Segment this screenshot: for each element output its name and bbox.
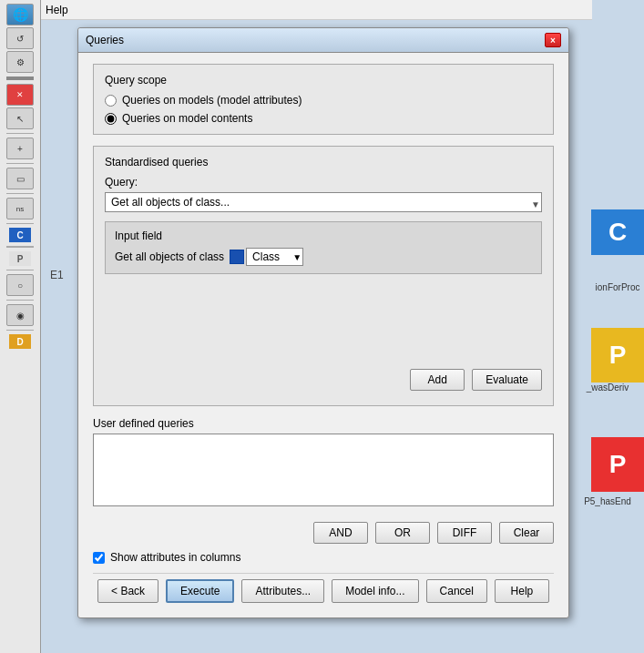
- evaluate-button[interactable]: Evaluate: [472, 369, 542, 391]
- globe-icon: 🌐: [13, 7, 28, 22]
- plus-icon: +: [17, 144, 23, 154]
- toolbar-separator-2: [6, 133, 34, 134]
- circle2-icon: ◉: [16, 311, 25, 321]
- model-info-button[interactable]: Model info...: [332, 579, 418, 603]
- toolbar-btn-c[interactable]: C: [9, 228, 31, 242]
- user-defined-queries-section: User defined queries: [93, 417, 554, 509]
- standardised-queries-section: Standardised queries Query: Get all obje…: [93, 146, 554, 406]
- queries-dialog: Queries × Query scope Queries on models …: [77, 27, 569, 618]
- or-button[interactable]: OR: [375, 522, 430, 544]
- toolbar-separator-6: [6, 246, 34, 248]
- toolbar-separator-9: [6, 330, 34, 331]
- udq-textarea-container: [93, 434, 554, 509]
- toolbar-separator-1: [6, 77, 34, 80]
- circle-icon: ○: [17, 281, 23, 291]
- class-select-container: Class ▼: [230, 248, 303, 266]
- query-select[interactable]: Get all objects of class...: [105, 192, 542, 212]
- add-button[interactable]: Add: [410, 369, 465, 391]
- query-select-wrapper: Get all objects of class... ▼: [105, 192, 542, 212]
- class-dropdown-row: Get all objects of class Class ▼: [115, 248, 532, 266]
- toolbar-btn-namespace[interactable]: ns: [6, 198, 34, 219]
- bottom-btn-row: < Back Execute Attributes... Model info.…: [93, 573, 554, 607]
- query-scope-title: Query scope: [105, 74, 542, 87]
- toolbar-btn-circle2[interactable]: ◉: [6, 304, 34, 326]
- help-button[interactable]: Help: [495, 579, 549, 603]
- refresh-icon: ↺: [16, 34, 24, 44]
- right-block-p2: P: [591, 437, 644, 492]
- toolbar-separator-8: [6, 300, 34, 301]
- toolbar-btn-close-small[interactable]: ✕: [6, 84, 34, 106]
- input-field-title: Input field: [115, 230, 532, 242]
- add-evaluate-row: Add Evaluate: [105, 363, 542, 396]
- execute-button[interactable]: Execute: [166, 579, 234, 603]
- right-block-p1: P: [591, 328, 644, 383]
- right-text-wasderiv: _wasDeriv: [571, 383, 644, 393]
- radio-option1-label[interactable]: Queries on models (model attributes): [105, 94, 542, 107]
- toolbar-btn-rectangle[interactable]: ▭: [6, 168, 34, 189]
- logic-btn-row: AND OR DIFF Clear: [93, 516, 554, 551]
- e1-label: E1: [50, 269, 64, 281]
- toolbar-separator-3: [6, 163, 34, 164]
- settings-icon: ⚙: [16, 57, 25, 67]
- toolbar-btn-refresh[interactable]: ↺: [6, 27, 34, 49]
- class-select[interactable]: Class: [246, 248, 303, 266]
- left-toolbar: 🌐 ↺ ⚙ ✕ ↖ + ▭ ns C P ○ ◉ D: [0, 0, 41, 653]
- radio-option2-text: Queries on model contents: [122, 112, 252, 125]
- cancel-button[interactable]: Cancel: [426, 579, 487, 603]
- spacer-area: [105, 281, 542, 363]
- query-scope-section: Query scope Queries on models (model att…: [93, 64, 554, 135]
- show-attributes-checkbox[interactable]: [93, 552, 105, 564]
- query-dropdown-container: Query: Get all objects of class... ▼: [105, 176, 542, 212]
- right-text-ionforproc: ionForProc: [591, 282, 644, 292]
- toolbar-btn-d[interactable]: D: [9, 334, 31, 349]
- show-attributes-label: Show attributes in columns: [110, 551, 240, 564]
- radio-option2-label[interactable]: Queries on model contents: [105, 112, 542, 125]
- standardised-queries-title: Standardised queries: [105, 156, 542, 168]
- input-field-section: Input field Get all objects of class Cla…: [105, 221, 542, 274]
- dialog-close-button[interactable]: ×: [545, 33, 561, 47]
- toolbar-separator-5: [6, 223, 34, 224]
- toolbar-btn-settings[interactable]: ⚙: [6, 51, 34, 73]
- dialog-content: Query scope Queries on models (model att…: [78, 53, 568, 617]
- right-text-hasend: P5_hasEnd: [571, 496, 644, 506]
- radio-group: Queries on models (model attributes) Que…: [105, 94, 542, 125]
- radio-option1[interactable]: [105, 95, 117, 107]
- udq-title: User defined queries: [93, 417, 554, 430]
- diff-button[interactable]: DIFF: [437, 522, 492, 544]
- toolbar-separator-4: [6, 193, 34, 194]
- toolbar-btn-cursor[interactable]: ↖: [6, 107, 34, 129]
- back-button[interactable]: < Back: [97, 579, 158, 603]
- radio-option1-text: Queries on models (model attributes): [122, 94, 302, 107]
- menu-help[interactable]: Help: [42, 4, 72, 16]
- dialog-title: Queries: [86, 34, 124, 46]
- dialog-titlebar: Queries ×: [78, 28, 568, 53]
- show-attributes-row: Show attributes in columns: [93, 551, 554, 564]
- menu-bar: dow Help: [0, 0, 592, 20]
- right-block-c: C: [591, 209, 644, 255]
- rect-icon: ▭: [16, 174, 25, 184]
- query-dropdown-label: Query:: [105, 176, 542, 189]
- x-icon: ✕: [16, 90, 24, 99]
- and-button[interactable]: AND: [313, 522, 368, 544]
- cursor-icon: ↖: [16, 114, 24, 124]
- toolbar-btn-p[interactable]: P: [9, 251, 31, 266]
- toolbar-btn-circle[interactable]: ○: [6, 274, 34, 296]
- radio-option2[interactable]: [105, 113, 117, 125]
- class-row-label: Get all objects of class: [115, 250, 224, 263]
- toolbar-btn-plus[interactable]: +: [6, 138, 34, 159]
- attributes-button[interactable]: Attributes...: [241, 579, 324, 603]
- toolbar-separator-7: [6, 270, 34, 270]
- class-icon: [230, 250, 244, 264]
- udq-textarea[interactable]: [93, 434, 554, 506]
- toolbar-btn-globe[interactable]: 🌐: [6, 4, 34, 26]
- clear-button[interactable]: Clear: [499, 522, 554, 544]
